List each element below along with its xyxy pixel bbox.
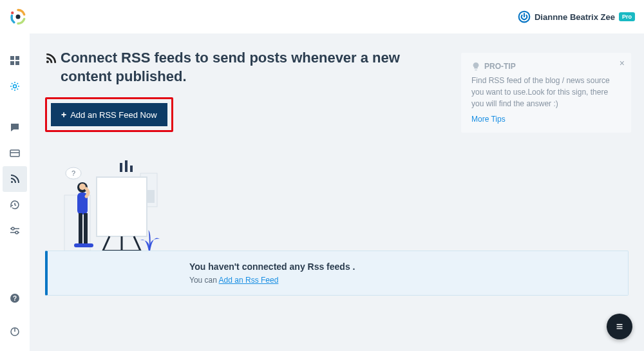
sidebar: ? (0, 33, 30, 351)
history-icon (10, 200, 20, 210)
svg-rect-4 (15, 56, 19, 60)
add-rss-feed-button-label: Add an RSS Feed Now (70, 110, 156, 120)
close-icon[interactable]: × (620, 58, 625, 68)
plus-icon: + (61, 109, 66, 120)
rss-icon (10, 174, 20, 184)
svg-rect-20 (97, 177, 147, 236)
pro-tip-body: Find RSS feed of the blog / news source … (471, 75, 621, 109)
sidebar-item-sliders[interactable] (0, 218, 30, 243)
grid-icon (10, 55, 20, 66)
page-heading-row: Connect RSS feeds to send posts whenever… (45, 49, 444, 86)
user-area[interactable]: Diannne Beatrix Zee Pro (518, 10, 635, 23)
content: Connect RSS feeds to send posts whenever… (30, 33, 644, 351)
topbar: Diannne Beatrix Zee Pro (0, 0, 644, 33)
help-icon: ? (10, 293, 20, 303)
sidebar-item-card[interactable] (0, 140, 30, 166)
svg-rect-21 (120, 163, 122, 172)
power-icon (10, 327, 20, 337)
empty-state-banner: You haven't connected any Rss feeds . Yo… (45, 251, 629, 296)
empty-illustration: ? (54, 154, 629, 266)
highlight-annotation: + Add an RSS Feed Now (45, 97, 173, 132)
pro-tip-header: PRO-TIP (471, 62, 621, 71)
sidebar-item-help[interactable]: ? (0, 285, 30, 311)
app-logo (9, 8, 27, 26)
empty-state-title: You haven't connected any Rss feeds . (189, 261, 615, 272)
add-rss-feed-button[interactable]: + Add an RSS Feed Now (51, 103, 167, 126)
pro-tip-panel: × PRO-TIP Find RSS feed of the blog / ne… (461, 53, 631, 133)
svg-text:?: ? (13, 295, 17, 302)
sidebar-item-history[interactable] (0, 192, 30, 218)
svg-rect-3 (10, 56, 14, 60)
svg-rect-5 (10, 61, 14, 65)
add-rss-feed-link[interactable]: Add an Rss Feed (219, 276, 279, 285)
svg-rect-34 (84, 213, 88, 245)
svg-rect-8 (10, 150, 19, 157)
user-name: Diannne Beatrix Zee (535, 12, 615, 22)
svg-rect-23 (130, 166, 133, 172)
gear-icon (10, 81, 20, 91)
page-title: Connect RSS feeds to send posts whenever… (61, 49, 444, 86)
svg-point-11 (12, 227, 14, 230)
chat-icon (10, 122, 20, 133)
more-tips-link[interactable]: More Tips (471, 115, 506, 124)
svg-point-12 (15, 231, 18, 234)
svg-rect-6 (15, 61, 19, 65)
sidebar-item-settings-gear[interactable] (0, 73, 30, 99)
svg-point-10 (11, 181, 13, 183)
empty-state-sub: You can Add an Rss Feed (189, 276, 615, 285)
fab-menu-button[interactable]: ≡ (607, 314, 632, 339)
svg-point-16 (46, 61, 49, 63)
sidebar-item-logout[interactable] (0, 319, 30, 345)
svg-rect-33 (79, 213, 82, 245)
sidebar-item-dashboard[interactable] (0, 48, 30, 73)
sidebar-item-chat[interactable] (0, 115, 30, 140)
svg-point-31 (79, 184, 86, 190)
svg-point-0 (16, 15, 21, 19)
sidebar-item-rss[interactable] (3, 166, 27, 192)
sliders-icon (10, 225, 20, 236)
svg-point-1 (11, 12, 14, 14)
card-icon (10, 148, 20, 158)
rss-icon (45, 53, 57, 64)
menu-icon: ≡ (616, 320, 623, 334)
svg-text:?: ? (71, 169, 75, 177)
svg-point-7 (14, 85, 17, 88)
power-icon (518, 10, 531, 23)
lightbulb-icon (471, 62, 480, 71)
pro-badge: Pro (619, 12, 635, 21)
svg-rect-19 (147, 190, 155, 203)
svg-rect-22 (125, 160, 128, 172)
